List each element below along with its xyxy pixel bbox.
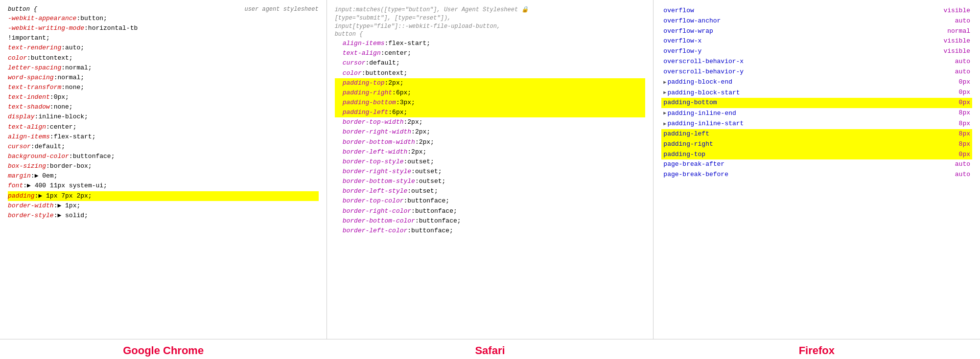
firefox-css-line: overscroll-behavior-yauto xyxy=(661,67,972,77)
css-prop: padding-inline-start xyxy=(667,119,744,129)
css-value: 2px; xyxy=(407,117,422,127)
css-value: 8px xyxy=(959,139,970,150)
css-prop: cursor xyxy=(8,142,31,152)
css-prop: border-style xyxy=(8,211,54,221)
css-prop: padding-left xyxy=(663,129,709,139)
css-prop: text-rendering xyxy=(8,43,61,53)
css-prop: padding-block-end xyxy=(667,77,732,88)
css-value: 6px; xyxy=(392,108,407,117)
expand-arrow-icon: ▶ xyxy=(663,120,666,128)
css-prop: border-width xyxy=(8,201,54,211)
safari-css-line: border-top-width: 2px; xyxy=(335,117,646,127)
firefox-css-line: padding-right8px xyxy=(661,139,972,150)
safari-css-line: border-left-style: outset; xyxy=(335,186,646,196)
css-prop: cursor xyxy=(343,58,366,68)
css-value: ▶ 0em; xyxy=(35,171,58,181)
css-prop: overflow-anchor xyxy=(663,16,721,26)
css-value: 8px xyxy=(959,129,970,139)
chrome-css-line: cursor: default; xyxy=(8,142,319,152)
css-prop: text-align xyxy=(343,48,381,58)
css-value: 0px xyxy=(959,150,970,160)
css-value: buttonface; xyxy=(407,196,449,206)
css-value: outset; xyxy=(411,186,438,196)
safari-css-line: border-left-color: buttonface; xyxy=(335,226,646,236)
css-value: none; xyxy=(54,102,73,112)
css-value: 0px; xyxy=(54,92,69,102)
chrome-css-continuation: !important; xyxy=(8,33,319,43)
css-value: 0px xyxy=(959,98,970,108)
chrome-comment: user agent stylesheet xyxy=(244,6,318,13)
css-prop: word-spacing xyxy=(8,73,54,83)
firefox-css-lines: overflowvisibleoverflow-anchorautooverfl… xyxy=(661,6,972,180)
css-value: auto xyxy=(955,170,970,180)
css-value: buttonface; xyxy=(73,152,115,161)
css-prop: -webkit-appearance xyxy=(8,14,76,23)
css-prop: overscroll-behavior-x xyxy=(663,57,744,67)
css-value: 3px; xyxy=(400,98,415,108)
css-prop: padding-bottom xyxy=(343,98,396,108)
chrome-css-line: text-align: center; xyxy=(8,122,319,132)
chrome-css-line: background-color: buttonface; xyxy=(8,152,319,161)
safari-css-line: color: buttontext; xyxy=(335,68,646,78)
css-prop: border-top-style xyxy=(343,157,404,167)
css-prop: text-transform xyxy=(8,83,61,92)
chrome-css-line: align-items: flex-start; xyxy=(8,132,319,142)
css-prop: padding-left xyxy=(343,108,389,117)
css-prop: background-color xyxy=(8,152,69,161)
css-value: auto xyxy=(955,67,970,77)
safari-selector-header: input:matches([type="button"], User Agen… xyxy=(335,6,646,39)
css-value: outset; xyxy=(415,167,442,177)
css-value: 6px; xyxy=(396,88,411,98)
safari-css-line: cursor: default; xyxy=(335,58,646,68)
safari-label: Safari xyxy=(327,339,653,359)
css-prop: margin xyxy=(8,171,31,181)
css-prop: padding-right xyxy=(343,88,392,98)
expand-arrow-icon: ▶ xyxy=(663,79,666,87)
safari-css-line: align-items: flex-start; xyxy=(335,39,646,48)
css-value: flex-start; xyxy=(54,132,96,142)
css-prop: border-left-width xyxy=(343,147,408,157)
css-prop: letter-spacing xyxy=(8,63,61,73)
expand-arrow-icon: ▶ xyxy=(663,89,666,97)
firefox-panel: overflowvisibleoverflow-anchorautooverfl… xyxy=(653,0,980,339)
css-value: buttonface; xyxy=(415,206,457,216)
css-value: buttontext; xyxy=(31,53,73,63)
safari-css-line: padding-left: 6px; xyxy=(335,108,646,117)
css-value: normal xyxy=(947,26,970,37)
firefox-css-line: padding-top0px xyxy=(661,150,972,160)
css-value: buttonface; xyxy=(419,216,461,226)
css-prop: padding-block-start xyxy=(667,88,740,98)
css-prop: overflow-y xyxy=(663,46,701,57)
css-prop: box-sizing xyxy=(8,161,46,171)
css-prop: border-bottom-color xyxy=(343,216,415,226)
safari-css-line: border-top-color: buttonface; xyxy=(335,196,646,206)
css-prop: padding-bottom xyxy=(663,98,717,108)
css-prop: color xyxy=(8,53,27,63)
css-prop: text-align xyxy=(8,122,46,132)
css-value: auto xyxy=(955,16,970,26)
chrome-css-line: font: ▶ 400 11px system-ui; xyxy=(8,181,319,191)
firefox-css-line: overscroll-behavior-xauto xyxy=(661,57,972,67)
firefox-label: Firefox xyxy=(653,339,980,359)
css-value: default; xyxy=(369,58,399,68)
css-value: visible xyxy=(943,6,970,16)
css-value: ▶ 1px; xyxy=(57,201,80,211)
chrome-header: button { user agent stylesheet xyxy=(8,6,319,13)
chrome-label: Google Chrome xyxy=(0,339,327,359)
chrome-css-line: padding: ▶ 1px 7px 2px; xyxy=(8,191,319,201)
firefox-css-line: ▶padding-block-end0px xyxy=(661,77,972,88)
css-prop: overflow-x xyxy=(663,36,701,46)
chrome-css-line: border-width: ▶ 1px; xyxy=(8,201,319,211)
safari-css-line: border-bottom-color: buttonface; xyxy=(335,216,646,226)
firefox-css-line: ▶padding-inline-start8px xyxy=(661,119,972,129)
css-value: ▶ solid; xyxy=(57,211,88,221)
firefox-css-line: page-break-afterauto xyxy=(661,159,972,170)
chrome-css-line: text-indent: 0px; xyxy=(8,92,319,102)
css-prop: padding-top xyxy=(663,150,705,160)
css-prop: text-shadow xyxy=(8,102,50,112)
chrome-css-line: margin: ▶ 0em; xyxy=(8,171,319,181)
firefox-css-line: ▶padding-inline-end8px xyxy=(661,108,972,118)
chrome-css-line: box-sizing: border-box; xyxy=(8,161,319,171)
css-value: 2px; xyxy=(388,78,403,88)
css-value: horizontal-tb xyxy=(88,23,138,33)
